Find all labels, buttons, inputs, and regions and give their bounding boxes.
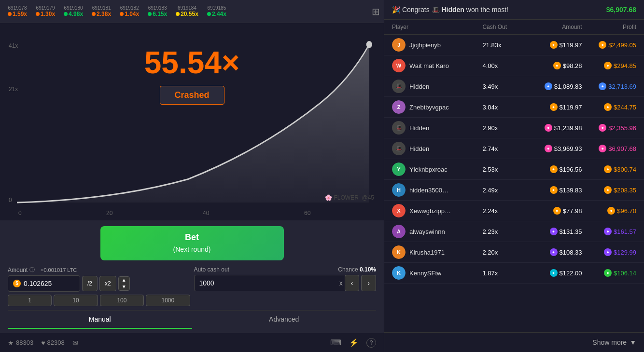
cashout-mult: 2.74x [482,145,528,152]
banner-amount: $6,907.68 [606,6,636,14]
round-id: 6919181 [92,5,111,11]
round-item[interactable]: 6919184 20.55x [172,4,202,18]
player-cell: K Kirusha1971 [392,245,482,259]
double-button[interactable]: x2 [99,276,116,291]
round-id: 6919182 [120,5,139,11]
profit-cell: ● $2,355.96 [582,124,636,132]
avatar: K [392,245,406,259]
quick-100[interactable]: 100 [100,295,144,306]
round-item[interactable]: 6919181 2.38x [88,4,115,18]
amount-cell: ● $3,969.93 [528,145,582,152]
quick-1000[interactable]: 1000 [146,295,190,306]
tab-manual[interactable]: Manual [8,311,192,329]
coin-amount-icon: ● [545,145,552,152]
amount-value: $119.97 [560,104,582,111]
coin-amount-icon: ● [545,82,552,90]
cashout-mult: 1.87x [482,270,528,277]
table-row: X Xewwgbzipp… 2.24x ● $77.98 ● $96.70 [384,201,644,221]
table-row: H hidden3500… 2.49x ● $139.83 ● $208.35 [384,180,644,201]
profit-cell: ● $106.14 [582,269,636,277]
autocash-input[interactable] [194,275,352,291]
coin-profit-icon: ● [604,165,612,173]
tab-advanced[interactable]: Advanced [192,311,377,329]
amount-stepper[interactable]: ▲ ▼ [118,276,130,291]
cashout-mult: 2.90x [482,124,528,132]
round-mult: 1.59x [8,11,27,17]
x-label-0: 0 [18,210,22,217]
bet-controls: Amount ⓘ ≈0.001017 LTC $ 0.102625 /2 x2 … [8,266,376,306]
nav-next-button[interactable]: › [361,275,376,291]
profit-value: $2,499.05 [608,41,636,49]
lightning-icon[interactable]: ⚡ [349,338,359,347]
amount-value: $77.98 [563,207,582,215]
half-button[interactable]: /2 [82,276,98,291]
status-hearts: ♥ 82308 [41,339,64,347]
coin-profit-icon: ● [604,248,612,256]
amount-value: $139.83 [560,187,582,194]
left-panel: 6919178 1.59x 6919179 1.30x 6919180 4.98… [0,0,384,352]
quick-1[interactable]: 1 [8,295,52,306]
show-more-row[interactable]: Show more ▼ [384,332,644,352]
avatar: J [392,38,406,52]
coin-amount-icon: ● [550,103,558,111]
stepper-down[interactable]: ▼ [119,284,129,290]
round-item[interactable]: 6919185 2.44x [203,4,230,18]
bet-button[interactable]: Bet (Next round) [100,226,284,260]
round-item[interactable]: 6919179 1.30x [32,4,59,18]
round-item[interactable]: 6919178 1.59x [4,4,31,18]
profit-cell: ● $2,499.05 [582,41,636,49]
coin-amount-icon: ● [550,186,558,194]
stepper-up[interactable]: ▲ [119,277,129,284]
round-item[interactable]: 6919180 4.98x [60,4,87,18]
watermark: 🌸 FLOWER @45 [325,194,374,201]
chance-label: Chance 0.10% [338,266,376,273]
amount-label: Amount ⓘ ≈0.001017 LTC [8,266,190,273]
coin-profit-icon: ● [604,62,612,69]
message-icon[interactable]: ✉ [72,339,78,347]
cashout-mult: 4.00x [482,62,528,69]
round-item[interactable]: 6919182 1.04x [116,4,143,18]
leaderboard-body: J Jjojhpienyb 21.83x ● $119.97 ● $2,499.… [384,35,644,332]
round-id: 6919179 [36,5,55,11]
quick-amounts: 1 10 100 1000 [8,295,190,306]
amount-cell: ● $122.00 [528,269,582,277]
chevron-down-icon: ▼ [630,338,636,346]
hearts-value: 82308 [47,339,64,346]
coin-icon: $ [13,280,21,287]
keyboard-icon[interactable]: ⌨ [330,338,341,347]
amount-input[interactable]: $ 0.102625 [8,275,80,292]
coin-profit-icon: ● [599,41,606,49]
coin-profit-icon: ● [599,145,606,152]
winner-text: 🎉 Congrats 🎩 Hidden won the most! [392,6,508,14]
winner-banner: 🎉 Congrats 🎩 Hidden won the most! $6,907… [384,0,644,20]
round-item[interactable]: 6919183 6.15x [144,4,171,18]
coin-amount-icon: ● [553,207,561,215]
profit-value: $244.75 [614,104,636,111]
avatar: W [392,59,406,72]
profit-cell: ● $6,907.68 [582,145,636,152]
help-icon[interactable]: ? [366,338,376,348]
player-cell: J Jjojhpienyb [392,38,482,52]
x-label-60: 60 [304,210,310,217]
player-cell: K KennySFtw [392,266,482,280]
grid-icon[interactable]: ⊞ [372,6,380,17]
status-bar: ★ 88303 ♥ 82308 ✉ ⌨ ⚡ ? [0,333,384,352]
leaderboard-header: Player Cash Out Amount Profit [384,20,644,35]
round-id: 6919185 [207,5,226,11]
autocash-input-row: x ‹ › [194,275,377,291]
x-label-20: 20 [106,210,112,217]
player-name: Yleknbpxroac [409,166,448,173]
avatar: 🎩 [392,80,406,93]
cashout-mult: 2.23x [482,228,528,235]
cashout-mult: 2.49x [482,187,528,194]
amount-value: $1,089.83 [554,83,582,90]
round-mult: 6.15x [148,11,167,17]
quick-10[interactable]: 10 [54,295,98,306]
round-id: 6919184 [178,5,196,11]
amount-value: $122.00 [560,270,582,277]
nav-prev-button[interactable]: ‹ [345,275,360,291]
amount-value: $1,239.98 [554,124,582,132]
player-name: KennySFtw [409,270,441,277]
status-stars: ★ 88303 [8,339,33,347]
player-name: Hidden [409,124,429,132]
